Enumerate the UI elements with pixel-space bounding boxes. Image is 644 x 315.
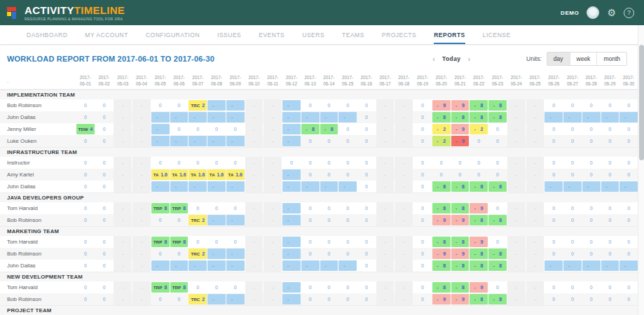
workload-cell-06-03[interactable]: - [114, 281, 132, 293]
workload-cell-06-16[interactable]: 0 [357, 123, 376, 135]
workload-cell-06-08[interactable]: 0 [207, 157, 226, 169]
workload-cell-06-22[interactable]: 0 [470, 169, 488, 181]
workload-cell-06-03[interactable]: - [114, 248, 132, 260]
workload-cell-06-09[interactable]: 0 [226, 202, 245, 214]
workload-cell-06-24[interactable]: - [507, 281, 526, 293]
workload-cell-06-18[interactable]: - [395, 281, 413, 293]
workload-cell-06-03[interactable]: - [114, 135, 132, 147]
workload-cell-06-27[interactable]: -- [563, 260, 582, 272]
workload-cell-06-16[interactable]: 0 [357, 281, 376, 293]
workload-cell-06-13[interactable]: 0 [301, 281, 320, 293]
workload-cell-06-28[interactable]: 0 [582, 236, 601, 248]
workload-cell-06-07[interactable]: 0 [189, 123, 207, 135]
workload-cell-06-30[interactable]: -- [619, 260, 638, 272]
workload-cell-06-06[interactable]: 0 [170, 248, 189, 260]
workload-cell-06-07[interactable]: TRC2 [189, 248, 207, 260]
workload-cell-06-29[interactable]: 0 [601, 135, 619, 147]
workload-cell-06-27[interactable]: 0 [563, 157, 582, 169]
workload-cell-06-11[interactable]: - [263, 214, 282, 226]
workload-cell-06-11[interactable]: - [263, 260, 282, 272]
workload-cell-06-18[interactable]: - [395, 157, 413, 169]
workload-cell-06-01[interactable]: 0 [76, 236, 95, 248]
workload-cell-06-16[interactable]: 0 [357, 202, 376, 214]
workload-cell-06-09[interactable]: TA1.6 [226, 169, 245, 181]
workload-cell-06-08[interactable]: -- [207, 248, 226, 260]
workload-cell-06-26[interactable]: 0 [544, 248, 563, 260]
workload-cell-06-26[interactable]: 0 [544, 99, 563, 111]
workload-cell-06-03[interactable]: - [114, 111, 132, 123]
workload-cell-06-15[interactable]: -- [338, 111, 357, 123]
workload-cell-06-04[interactable]: - [132, 181, 151, 192]
workload-cell-06-16[interactable]: 0 [357, 181, 376, 192]
workload-cell-06-25[interactable]: - [526, 248, 544, 260]
workload-cell-06-04[interactable]: - [132, 236, 151, 248]
workload-cell-06-13[interactable]: -8 [301, 123, 320, 135]
workload-cell-06-05[interactable]: TRP8 [151, 236, 170, 248]
workload-cell-06-29[interactable]: 0 [601, 281, 619, 293]
workload-cell-06-26[interactable]: -- [544, 111, 563, 123]
workload-cell-06-20[interactable]: -2 [432, 123, 451, 135]
workload-cell-06-09[interactable]: 0 [226, 123, 245, 135]
workload-cell-06-30[interactable]: 0 [619, 293, 638, 305]
workload-cell-06-13[interactable]: -- [301, 111, 320, 123]
nav-item-events[interactable]: EVENTS [259, 25, 285, 44]
workload-cell-06-15[interactable]: 0 [338, 281, 357, 293]
workload-cell-06-09[interactable]: 0 [226, 157, 245, 169]
workload-cell-06-25[interactable]: - [526, 181, 544, 192]
workload-cell-06-19[interactable]: 0 [413, 248, 432, 260]
workload-cell-06-16[interactable]: 0 [357, 214, 376, 226]
workload-cell-06-16[interactable]: 0 [357, 236, 376, 248]
workload-cell-06-13[interactable]: 0 [301, 202, 320, 214]
workload-cell-06-03[interactable]: - [114, 202, 132, 214]
workload-cell-06-27[interactable]: -- [563, 111, 582, 123]
workload-cell-06-20[interactable]: -8 [432, 181, 451, 192]
workload-cell-06-12[interactable]: -- [282, 135, 301, 147]
workload-cell-06-16[interactable]: 0 [357, 99, 376, 111]
workload-cell-06-10[interactable]: - [245, 135, 263, 147]
workload-cell-06-12[interactable]: -- [282, 281, 301, 293]
workload-cell-06-23[interactable]: 0 [488, 135, 507, 147]
workload-cell-06-28[interactable]: 0 [582, 99, 601, 111]
workload-cell-06-30[interactable]: 0 [619, 123, 638, 135]
workload-cell-06-09[interactable]: -- [226, 214, 245, 226]
workload-cell-06-23[interactable]: -8 [488, 248, 507, 260]
workload-cell-06-09[interactable]: -- [226, 293, 245, 305]
workload-cell-06-07[interactable]: 0 [189, 157, 207, 169]
workload-cell-06-20[interactable]: -9 [432, 99, 451, 111]
workload-cell-06-04[interactable]: - [132, 214, 151, 226]
workload-cell-06-04[interactable]: - [132, 202, 151, 214]
workload-cell-06-15[interactable]: 0 [338, 123, 357, 135]
workload-cell-06-25[interactable]: - [526, 123, 544, 135]
nav-item-projects[interactable]: PROJECTS [382, 25, 416, 44]
workload-cell-06-24[interactable]: - [507, 157, 526, 169]
workload-cell-06-24[interactable]: - [507, 123, 526, 135]
workload-cell-06-30[interactable]: 0 [619, 236, 638, 248]
workload-cell-06-30[interactable]: 0 [619, 157, 638, 169]
workload-cell-06-29[interactable]: 0 [601, 248, 619, 260]
workload-cell-06-16[interactable]: 0 [357, 248, 376, 260]
workload-cell-06-14[interactable]: -8 [320, 123, 338, 135]
workload-cell-06-20[interactable]: -8 [432, 260, 451, 272]
workload-cell-06-26[interactable]: 0 [544, 236, 563, 248]
workload-cell-06-10[interactable]: - [245, 293, 263, 305]
workload-cell-06-17[interactable]: - [376, 214, 395, 226]
workload-cell-06-11[interactable]: - [263, 111, 282, 123]
workload-cell-06-27[interactable]: 0 [563, 169, 582, 181]
workload-cell-06-06[interactable]: -- [170, 260, 189, 272]
workload-cell-06-15[interactable]: 0 [338, 293, 357, 305]
workload-cell-06-01[interactable]: 0 [76, 157, 95, 169]
workload-cell-06-02[interactable]: 0 [95, 135, 114, 147]
workload-cell-06-02[interactable]: 0 [95, 236, 114, 248]
workload-cell-06-04[interactable]: - [132, 111, 151, 123]
workload-cell-06-25[interactable]: - [526, 293, 544, 305]
workload-cell-06-19[interactable]: 0 [413, 135, 432, 147]
workload-cell-06-27[interactable]: 0 [563, 202, 582, 214]
workload-cell-06-11[interactable]: - [263, 202, 282, 214]
unit-button-day[interactable]: day [547, 52, 570, 65]
workload-cell-06-21[interactable]: -8 [451, 236, 470, 248]
workload-cell-06-21[interactable]: -8 [451, 202, 470, 214]
workload-cell-06-04[interactable]: - [132, 293, 151, 305]
workload-cell-06-18[interactable]: - [395, 248, 413, 260]
workload-cell-06-30[interactable]: 0 [619, 214, 638, 226]
workload-cell-06-23[interactable]: 0 [488, 202, 507, 214]
